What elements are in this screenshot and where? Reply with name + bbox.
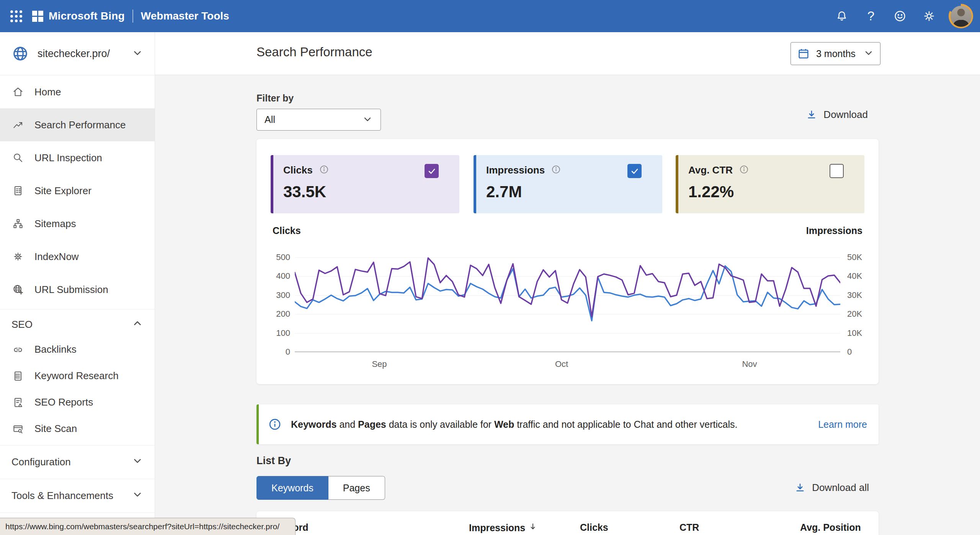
sidebar-item-search-performance[interactable]: Search Performance (0, 108, 155, 141)
metric-value: 33.5K (283, 183, 326, 201)
y-tick-left: 200 (268, 309, 290, 319)
globe-plus-icon (11, 283, 24, 296)
settings-gear-icon[interactable] (920, 7, 939, 26)
list-by-toggle: Keywords Pages (256, 476, 385, 500)
user-avatar[interactable] (949, 4, 973, 28)
metric-accent-bar (474, 155, 476, 213)
sidebar-item-indexnow[interactable]: IndexNow (0, 240, 155, 273)
download-label: Download (823, 109, 868, 121)
avatar-photo (951, 6, 972, 27)
keywords-table-card: Keyword Impressions Clicks CTR Avg. Posi… (256, 511, 879, 535)
chevron-down-icon (132, 47, 143, 60)
y-tick-left: 400 (268, 271, 290, 281)
impressions-line (295, 266, 840, 321)
sidebar-item-sitemaps[interactable]: Sitemaps (0, 207, 155, 240)
chevron-down-icon (132, 455, 143, 469)
column-header-ctr[interactable]: CTR (679, 522, 699, 533)
status-bar-url: https://www.bing.com/webmasters/searchpe… (0, 518, 296, 535)
download-all-label: Download all (812, 482, 869, 494)
list-doc-icon (11, 370, 24, 383)
metric-card-avg-ctr[interactable]: Avg. CTR 1.22% (676, 155, 864, 213)
metric-card-impressions[interactable]: Impressions 2.7M (474, 155, 662, 213)
sidebar-item-site-explorer[interactable]: Site Explorer (0, 174, 155, 207)
column-header-impressions[interactable]: Impressions (469, 522, 537, 533)
sidebar-item-label: Site Scan (34, 423, 77, 435)
toggle-keywords[interactable]: Keywords (256, 476, 328, 500)
y-tick-right: 10K (847, 328, 862, 338)
metric-checkbox[interactable] (627, 164, 642, 178)
sidebar-item-seo-reports[interactable]: SEO Reports (0, 389, 155, 416)
sidebar-item-label: URL Inspection (34, 152, 102, 164)
page-title: Search Performance (256, 45, 372, 59)
y-tick-left: 100 (268, 328, 290, 338)
info-icon[interactable] (739, 164, 749, 176)
banner-accent-bar (256, 404, 259, 444)
sidebar-item-home[interactable]: Home (0, 75, 155, 108)
home-icon (11, 85, 24, 98)
section-label: SEO (11, 319, 33, 330)
x-tick-nov: Nov (734, 359, 765, 369)
sidebar-item-site-scan[interactable]: Site Scan (0, 416, 155, 442)
download-button[interactable]: Download (806, 109, 868, 121)
waffle-menu-icon[interactable] (0, 0, 32, 32)
report-warning-icon (11, 396, 24, 409)
download-all-button[interactable]: Download all (794, 482, 869, 494)
filter-dropdown[interactable]: All (256, 109, 381, 131)
toggle-pages[interactable]: Pages (328, 476, 385, 500)
filter-by-label: Filter by (256, 93, 294, 104)
chevron-down-icon (863, 47, 874, 60)
site-selector[interactable]: sitechecker.pro/ (0, 32, 155, 75)
sidebar-section-seo[interactable]: SEO (0, 312, 155, 336)
sidebar-item-label: Backlinks (34, 344, 77, 355)
sidebar-item-url-inspection[interactable]: URL Inspection (0, 141, 155, 174)
sidebar-divider (0, 309, 155, 309)
trend-icon (11, 118, 24, 131)
sidebar-item-label: SEO Reports (34, 396, 93, 408)
info-banner: Keywords and Pages data is only availabl… (256, 404, 879, 444)
metric-checkbox[interactable] (425, 164, 439, 178)
performance-chart-card: Clicks 33.5K Impressions 2.7M Avg. CTR 1… (256, 139, 879, 384)
column-header-avg-position[interactable]: Avg. Position (800, 522, 861, 533)
help-icon[interactable]: ? (861, 7, 880, 26)
gear-eye-icon (11, 250, 24, 263)
info-icon (268, 417, 282, 431)
sidebar-item-label: IndexNow (34, 251, 79, 263)
globe-icon (11, 45, 29, 62)
left-axis-title: Clicks (273, 225, 301, 236)
metric-value: 1.22% (688, 183, 734, 201)
download-icon (806, 109, 817, 121)
date-range-dropdown[interactable]: 3 months (791, 42, 880, 65)
clicks-line (295, 258, 840, 317)
content-area: Filter by All Download Clicks 33.5K Impr… (155, 75, 980, 535)
page-header: Search Performance 3 months (155, 32, 980, 75)
y-tick-right: 0 (847, 347, 852, 357)
info-icon[interactable] (551, 164, 561, 176)
browser-scan-icon (11, 422, 24, 435)
sidebar-section-tools-enhancements[interactable]: Tools & Enhancements (0, 482, 155, 509)
metric-label: Impressions (486, 164, 545, 176)
magnifier-icon (11, 151, 24, 164)
metric-label: Avg. CTR (688, 164, 733, 176)
y-tick-left: 500 (268, 252, 290, 262)
feedback-smiley-icon[interactable] (890, 7, 910, 26)
document-list-icon (11, 184, 24, 197)
sidebar-item-url-submission[interactable]: URL Submission (0, 273, 155, 306)
brand-secondary: Webmaster Tools (141, 10, 229, 22)
bell-icon[interactable] (832, 7, 851, 26)
sidebar-item-backlinks[interactable]: Backlinks (0, 336, 155, 363)
metric-checkbox[interactable] (830, 164, 844, 178)
brand[interactable]: Microsoft Bing Webmaster Tools (32, 10, 229, 23)
learn-more-link[interactable]: Learn more (818, 419, 867, 430)
list-by-label: List By (256, 455, 291, 467)
x-tick-oct: Oct (546, 359, 577, 369)
y-tick-left: 0 (268, 347, 290, 357)
info-icon[interactable] (319, 164, 329, 176)
metric-card-clicks[interactable]: Clicks 33.5K (271, 155, 459, 213)
x-tick-sep: Sep (364, 359, 395, 369)
metric-value: 2.7M (486, 183, 522, 201)
sidebar-item-keyword-research[interactable]: Keyword Research (0, 363, 155, 389)
line-chart (295, 253, 840, 355)
sidebar-section-configuration[interactable]: Configuration (0, 448, 155, 476)
microsoft-logo-icon (32, 11, 43, 22)
column-header-clicks[interactable]: Clicks (580, 522, 608, 533)
